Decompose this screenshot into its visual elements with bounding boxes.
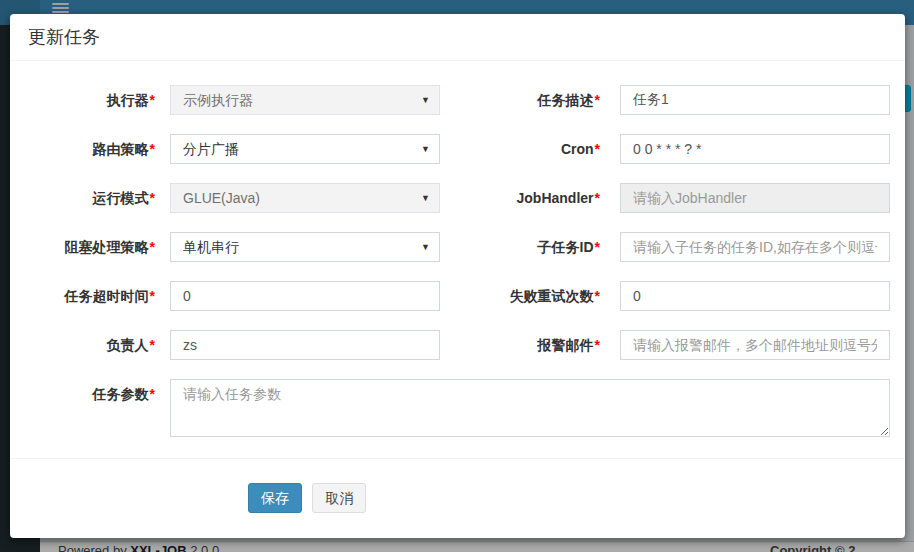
- update-task-modal: 更新任务 执行器* 示例执行器 ▼ 任务描述* 路由策略*: [10, 14, 905, 538]
- timeout-label: 任务超时时间*: [30, 281, 155, 311]
- route-strategy-label: 路由策略*: [30, 134, 155, 164]
- fail-retry-wrap: [620, 281, 890, 311]
- required-asterisk: *: [150, 239, 155, 255]
- executor-select-wrap: 示例执行器 ▼: [170, 85, 440, 115]
- alarm-email-wrap: [620, 330, 890, 360]
- job-param-textarea[interactable]: [170, 379, 890, 437]
- block-strategy-select[interactable]: 单机串行: [170, 232, 440, 262]
- modal-title: 更新任务: [28, 26, 887, 48]
- glue-type-select-wrap: GLUE(Java) ▼: [170, 183, 440, 213]
- save-button[interactable]: 保存: [248, 483, 302, 513]
- fail-retry-input[interactable]: [620, 281, 890, 311]
- job-handler-wrap: [620, 183, 890, 213]
- author-input[interactable]: [170, 330, 440, 360]
- child-job-id-input[interactable]: [620, 232, 890, 262]
- executor-select[interactable]: 示例执行器: [170, 85, 440, 115]
- cancel-button[interactable]: 取消: [312, 483, 366, 513]
- form-row: 运行模式* GLUE(Java) ▼ JobHandler*: [30, 183, 890, 213]
- required-asterisk: *: [595, 190, 600, 206]
- timeout-wrap: [170, 281, 440, 311]
- required-asterisk: *: [595, 337, 600, 353]
- required-asterisk: *: [595, 288, 600, 304]
- job-desc-wrap: [620, 85, 890, 115]
- author-label: 负责人*: [30, 330, 155, 360]
- route-strategy-select[interactable]: 分片广播: [170, 134, 440, 164]
- modal-footer: 保存 取消: [10, 458, 905, 513]
- required-asterisk: *: [595, 141, 600, 157]
- required-asterisk: *: [150, 337, 155, 353]
- glue-type-label: 运行模式*: [30, 183, 155, 213]
- update-task-form: 执行器* 示例执行器 ▼ 任务描述* 路由策略* 分片广播: [10, 61, 905, 437]
- required-asterisk: *: [595, 92, 600, 108]
- child-job-id-wrap: [620, 232, 890, 262]
- block-strategy-label: 阻塞处理策略*: [30, 232, 155, 262]
- required-asterisk: *: [595, 239, 600, 255]
- job-handler-label: JobHandler*: [440, 183, 600, 213]
- alarm-email-label: 报警邮件*: [440, 330, 600, 360]
- cron-input[interactable]: [620, 134, 890, 164]
- child-job-id-label: 子任务ID*: [440, 232, 600, 262]
- glue-type-select[interactable]: GLUE(Java): [170, 183, 440, 213]
- author-wrap: [170, 330, 440, 360]
- required-asterisk: *: [150, 190, 155, 206]
- cron-wrap: [620, 134, 890, 164]
- required-asterisk: *: [150, 92, 155, 108]
- required-asterisk: *: [150, 386, 155, 402]
- app-viewport: Powered by XXL-JOB 2.0.0 Copyright © 2 更…: [0, 0, 914, 552]
- route-strategy-select-wrap: 分片广播 ▼: [170, 134, 440, 164]
- required-asterisk: *: [150, 288, 155, 304]
- form-row: 路由策略* 分片广播 ▼ Cron*: [30, 134, 890, 164]
- job-desc-label: 任务描述*: [440, 85, 600, 115]
- fail-retry-label: 失败重试次数*: [440, 281, 600, 311]
- executor-label: 执行器*: [30, 85, 155, 115]
- required-asterisk: *: [150, 141, 155, 157]
- job-handler-input[interactable]: [620, 183, 890, 213]
- modal-header: 更新任务: [10, 14, 905, 61]
- job-param-label: 任务参数*: [30, 379, 155, 437]
- form-row: 阻塞处理策略* 单机串行 ▼ 子任务ID*: [30, 232, 890, 262]
- block-strategy-select-wrap: 单机串行 ▼: [170, 232, 440, 262]
- form-row: 执行器* 示例执行器 ▼ 任务描述*: [30, 85, 890, 115]
- timeout-input[interactable]: [170, 281, 440, 311]
- job-desc-input[interactable]: [620, 85, 890, 115]
- cron-label: Cron*: [440, 134, 600, 164]
- job-param-wrap: [170, 379, 890, 437]
- alarm-email-input[interactable]: [620, 330, 890, 360]
- form-row: 任务参数*: [30, 379, 890, 437]
- form-row: 任务超时时间* 失败重试次数*: [30, 281, 890, 311]
- form-row: 负责人* 报警邮件*: [30, 330, 890, 360]
